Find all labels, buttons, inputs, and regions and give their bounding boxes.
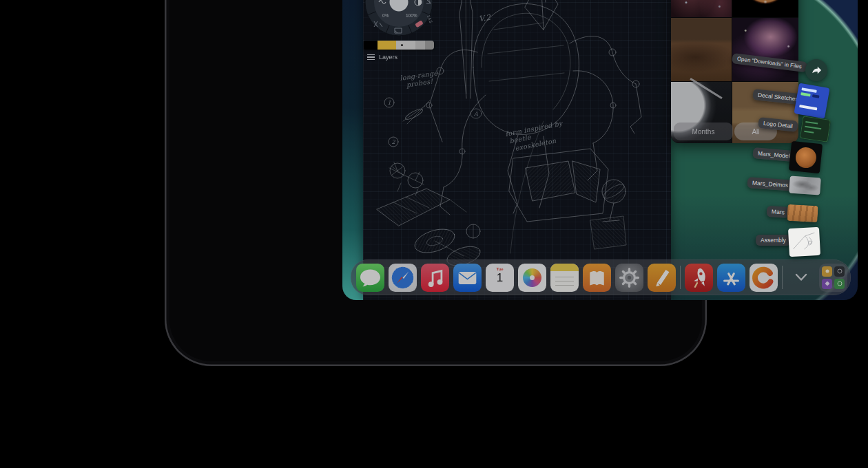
photo-orion-nebula[interactable] (732, 18, 798, 81)
drawing-canvas[interactable]: 1 2 A connect to solar (363, 0, 671, 300)
marker-a: A (473, 111, 478, 117)
layers-label: Layers (379, 54, 397, 61)
dock: Tue 1 (351, 259, 851, 295)
swatch-light-gray[interactable] (396, 41, 415, 50)
dock-icon-calendar[interactable]: Tue 1 (486, 264, 514, 292)
settings-gear-icon-dock (615, 264, 643, 292)
stage: Concepts_blue... 59% (0, 0, 868, 468)
marker-2: 2 (391, 139, 395, 145)
dock-icon-books[interactable] (583, 264, 611, 292)
notes-band (550, 264, 579, 271)
concepts-c-icon (750, 264, 778, 292)
dock-divider (680, 266, 681, 289)
layers-button[interactable]: Layers (367, 54, 397, 61)
color-swatch-strip (364, 41, 434, 50)
dock-icon-linea[interactable] (648, 264, 676, 292)
linea-pen-icon (648, 264, 676, 292)
swatch-gray[interactable] (415, 41, 425, 50)
layers-menu-icon (367, 54, 375, 60)
segment-all[interactable]: All (734, 123, 777, 140)
dock-icon-rocket-app[interactable] (685, 264, 713, 292)
ipad-device: Concepts_blue... 59% (165, 0, 707, 366)
dock-app-library[interactable] (819, 264, 847, 292)
wallpaper-left (342, 0, 364, 300)
rocket-icon (685, 264, 713, 292)
messages-bubble-icon (356, 264, 384, 292)
books-open-book-icon (583, 264, 611, 292)
photo-mars-planet[interactable] (732, 0, 798, 17)
dock-chevron-button[interactable] (787, 264, 815, 292)
app-library-mini-star (822, 279, 832, 289)
swatch-dark-gray[interactable] (425, 41, 434, 50)
app-store-a-icon (717, 264, 745, 292)
opacity-max-label: 100% (406, 13, 417, 18)
opacity-min-label: 0% (382, 13, 389, 18)
ipad-screen: Concepts_blue... 59% (342, 0, 858, 300)
app-library-mini-clock (834, 279, 845, 289)
swatch-black[interactable] (364, 41, 378, 50)
mail-envelope-icon (453, 264, 482, 292)
dock-icon-app-store[interactable] (717, 264, 745, 292)
segment-months[interactable]: Months (674, 123, 733, 140)
music-note-icon (421, 264, 449, 292)
safari-compass-icon (389, 264, 417, 292)
dock-icon-concepts[interactable] (750, 264, 778, 292)
app-library-mini-tips (822, 266, 832, 277)
photo-nebula[interactable] (671, 0, 732, 17)
marker-1: 1 (387, 100, 391, 106)
app-library-mini-camera (834, 266, 845, 277)
photos-segment-bar: Months All (671, 120, 798, 143)
swatch-gold[interactable] (378, 41, 396, 50)
chevron-down-icon (794, 273, 808, 282)
photos-app-window: Months All (671, 0, 798, 143)
concepts-app-window: Concepts_blue... 59% (363, 0, 671, 300)
photo-mars-surface[interactable] (671, 18, 732, 81)
dock-divider-recent (782, 266, 783, 289)
dock-icon-mail[interactable] (453, 264, 482, 292)
photos-flower-icon (523, 268, 541, 287)
calendar-weekday: Tue (496, 267, 503, 271)
tool-wheel[interactable]: 1.6 (363, 0, 435, 38)
calendar-day: 1 (497, 272, 503, 284)
dock-icon-safari[interactable] (389, 264, 417, 292)
dock-icon-notes[interactable] (550, 264, 579, 292)
dock-icon-messages[interactable] (356, 264, 384, 292)
annotation-v2: V.2 (478, 13, 491, 24)
dock-icon-settings[interactable] (615, 264, 643, 292)
dock-icon-music[interactable] (421, 264, 449, 292)
dock-icon-photos[interactable] (518, 264, 546, 292)
